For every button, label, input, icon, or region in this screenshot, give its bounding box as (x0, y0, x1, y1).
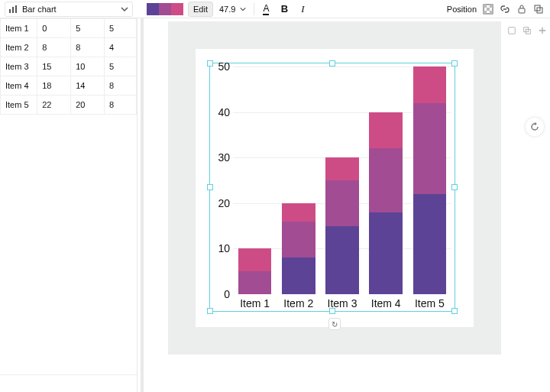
font-color-button[interactable]: A (259, 2, 273, 16)
edit-colors-button[interactable]: Edit (188, 2, 213, 17)
table-cell[interactable]: 20 (71, 96, 105, 115)
table-row[interactable]: Item 418148 (1, 76, 137, 96)
svg-rect-0 (9, 9, 11, 13)
stacked-bar[interactable] (282, 203, 315, 294)
y-axis-tick: 0 (212, 288, 230, 300)
table-cell[interactable]: 4 (105, 38, 137, 57)
svg-rect-2 (15, 5, 17, 13)
table-cell[interactable]: 0 (37, 19, 71, 38)
chart-type-label: Bar chart (22, 5, 115, 14)
duplicate-icon[interactable] (532, 2, 545, 16)
table-cell[interactable]: Item 3 (1, 57, 37, 76)
bar-segment (413, 194, 446, 294)
bar-segment (325, 157, 358, 180)
table-cell[interactable]: 14 (71, 76, 105, 96)
table-cell[interactable]: 18 (37, 76, 71, 96)
table-cell[interactable]: 8 (37, 38, 71, 57)
table-cell[interactable]: 8 (105, 76, 137, 96)
table-cell[interactable]: Item 1 (1, 19, 37, 38)
reload-icon[interactable] (526, 118, 544, 136)
svg-rect-8 (490, 11, 493, 14)
panel-footer (0, 374, 137, 392)
y-axis-tick: 40 (212, 106, 230, 118)
bar-segment (282, 222, 315, 258)
svg-rect-5 (490, 5, 493, 8)
bar-segment (413, 103, 446, 194)
duplicate-page-icon[interactable] (522, 26, 532, 35)
bar-segment (413, 66, 446, 103)
chart-selection[interactable]: 01020304050Item 1Item 2Item 3Item 4Item … (209, 63, 455, 312)
sync-data-icon[interactable]: ↻ (328, 318, 341, 330)
bar-slot: Item 1 (233, 66, 277, 294)
stacked-bar[interactable] (369, 112, 402, 294)
bar-segment (325, 226, 358, 294)
table-cell[interactable]: 5 (105, 57, 137, 76)
table-cell[interactable]: 8 (105, 96, 137, 115)
table-row[interactable]: Item 1055 (1, 19, 137, 38)
link-button[interactable] (498, 2, 512, 16)
bar-segment (238, 271, 271, 294)
bar-segment (325, 180, 358, 226)
position-label: Position (447, 5, 477, 14)
table-row[interactable]: Item 522208 (1, 96, 137, 115)
stacked-bar[interactable] (413, 66, 446, 294)
data-table[interactable]: Item 1055Item 2884Item 315105Item 418148… (0, 18, 137, 115)
y-axis-tick: 30 (212, 151, 230, 164)
chart-type-dropdown[interactable]: Bar chart (5, 2, 133, 17)
notes-icon[interactable] (507, 26, 516, 35)
x-axis-tick: Item 2 (277, 297, 320, 309)
italic-button[interactable]: I (296, 2, 309, 16)
bar-slot: Item 3 (320, 66, 364, 294)
chevron-down-icon (238, 5, 247, 14)
toolbar: Bar chart Edit 47.9 A B I (0, 0, 550, 18)
bar-slot: Item 5 (408, 66, 451, 294)
page[interactable]: 01020304050Item 1Item 2Item 3Item 4Item … (196, 49, 474, 327)
bar-chart: 01020304050Item 1Item 2Item 3Item 4Item … (210, 63, 455, 311)
x-axis-tick: Item 4 (364, 297, 408, 309)
svg-rect-1 (12, 7, 14, 13)
bar-slot: Item 4 (364, 66, 408, 294)
svg-rect-14 (526, 29, 530, 34)
table-row[interactable]: Item 315105 (1, 57, 137, 76)
table-cell[interactable]: 8 (71, 38, 105, 57)
table-cell[interactable]: 10 (71, 57, 105, 76)
bar-segment (238, 248, 271, 271)
swatch-series1[interactable] (147, 3, 159, 15)
table-cell[interactable]: 15 (37, 57, 71, 76)
bar-chart-icon (8, 5, 18, 14)
table-cell[interactable]: Item 2 (1, 38, 37, 57)
bar-segment (282, 258, 315, 294)
y-axis-tick: 10 (212, 242, 230, 254)
series-color-swatches[interactable] (147, 3, 183, 15)
svg-rect-4 (484, 5, 487, 8)
bar-segment (369, 212, 402, 294)
stacked-bar[interactable] (238, 248, 271, 294)
svg-rect-9 (519, 8, 525, 13)
chevron-down-icon (120, 5, 129, 14)
y-axis-tick: 50 (212, 60, 230, 73)
canvas[interactable]: 01020304050Item 1Item 2Item 3Item 4Item … (141, 18, 550, 392)
x-axis-tick: Item 1 (233, 297, 277, 309)
transparency-button[interactable] (481, 2, 495, 16)
svg-rect-7 (484, 11, 487, 14)
bold-button[interactable]: B (277, 2, 291, 16)
table-cell[interactable]: Item 4 (1, 76, 37, 96)
x-axis-tick: Item 3 (320, 297, 364, 309)
x-axis-tick: Item 5 (408, 297, 451, 309)
swatch-series3[interactable] (171, 3, 183, 15)
bar-segment (369, 148, 402, 212)
stacked-bar[interactable] (325, 157, 358, 294)
svg-rect-6 (487, 8, 490, 11)
bar-slot: Item 2 (277, 66, 320, 294)
table-cell[interactable]: Item 5 (1, 96, 37, 115)
size-field[interactable]: 47.9 (218, 5, 249, 14)
table-cell[interactable]: 5 (71, 19, 105, 38)
data-panel: Item 1055Item 2884Item 315105Item 418148… (0, 18, 138, 392)
svg-rect-12 (509, 28, 516, 34)
add-page-icon[interactable] (538, 26, 547, 35)
table-row[interactable]: Item 2884 (1, 38, 137, 57)
lock-button[interactable] (515, 2, 529, 16)
table-cell[interactable]: 22 (37, 96, 71, 115)
table-cell[interactable]: 5 (105, 19, 137, 38)
swatch-series2[interactable] (159, 3, 171, 15)
